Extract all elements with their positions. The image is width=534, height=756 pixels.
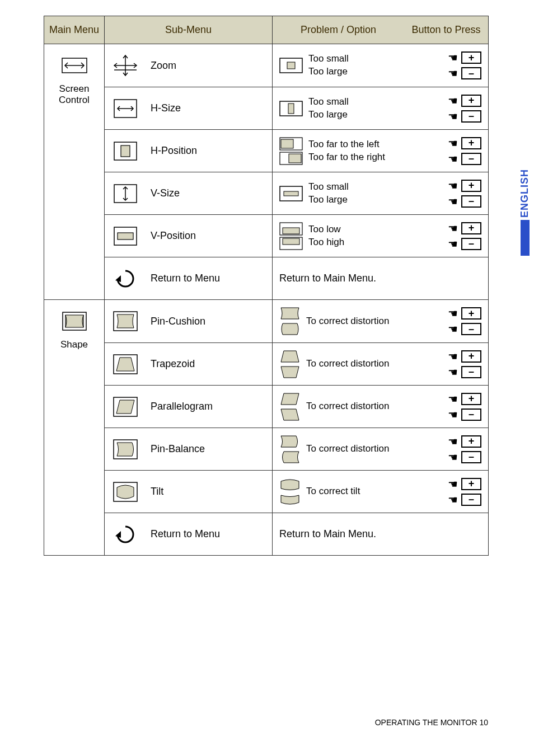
minus-button-icon: – <box>461 110 481 123</box>
problem-text: Too small <box>308 53 349 65</box>
problem-text: Too large <box>308 109 349 121</box>
distortion-icon <box>279 450 301 464</box>
problem-text: Too high <box>308 236 344 249</box>
table-row: Pin-Balance <box>105 428 272 470</box>
hand-left-icon: ☚ <box>448 408 458 421</box>
parallelogram-icon <box>111 395 139 419</box>
table-row: To correct distortion ☚+ ☚– <box>273 342 488 385</box>
svg-rect-19 <box>281 139 293 148</box>
table-header-row: Main Menu Sub-Menu Problem / Option Butt… <box>44 16 488 44</box>
table-row: Zoom <box>105 44 272 87</box>
table-row: H-Position <box>105 129 272 172</box>
hand-left-icon: ☚ <box>448 365 458 379</box>
plus-button-icon: + <box>461 51 481 64</box>
svg-rect-25 <box>283 228 299 234</box>
tab-bar <box>521 220 530 256</box>
header-main-menu: Main Menu <box>44 16 105 44</box>
pin-balance-icon <box>111 437 139 462</box>
hand-left-icon: ☚ <box>448 477 458 491</box>
svg-rect-12 <box>118 233 133 240</box>
distortion-icon <box>279 349 301 364</box>
minus-button-icon: – <box>461 494 481 506</box>
hand-left-icon: ☚ <box>448 137 458 150</box>
return-icon <box>111 266 139 291</box>
return-icon <box>111 522 139 547</box>
table-row: Parallelogram <box>105 385 272 428</box>
table-row: Return to Menu <box>105 513 272 555</box>
problem-text: Too small <box>308 181 349 194</box>
minus-button-icon: – <box>461 408 481 421</box>
table-row: To correct tilt ☚+ ☚– <box>273 470 488 513</box>
hand-left-icon: ☚ <box>448 51 458 64</box>
screen-control-label: Screen Control <box>59 83 90 106</box>
page-footer: OPERATING THE MONITOR 10 <box>375 718 488 727</box>
plus-button-icon: + <box>461 435 481 448</box>
menu-table: Main Menu Sub-Menu Problem / Option Butt… <box>44 16 489 556</box>
short-rect-icon <box>279 186 303 201</box>
problem-text: Too low <box>308 223 344 236</box>
header-sub-menu: Sub-Menu <box>105 16 273 44</box>
problem-text: To correct distortion <box>306 400 389 413</box>
svg-marker-36 <box>115 531 121 538</box>
tilt-icon <box>279 477 301 491</box>
top-rect-icon <box>279 237 303 250</box>
svg-rect-17 <box>288 104 294 114</box>
svg-marker-40 <box>281 409 299 420</box>
tilt-icon <box>111 480 139 504</box>
table-row: Tilt <box>105 470 272 513</box>
sub-label: H-Position <box>151 145 197 157</box>
hand-left-icon: ☚ <box>448 350 458 363</box>
problem-text: Too large <box>308 65 349 78</box>
return-text: Return to Main Menu. <box>279 528 376 540</box>
table-row: Too far to the left Too far to the right… <box>273 129 488 172</box>
hand-left-icon: ☚ <box>448 110 458 123</box>
table-row: Return to Menu <box>105 257 272 299</box>
tilt-icon <box>279 492 301 507</box>
svg-marker-38 <box>281 367 299 378</box>
svg-rect-27 <box>283 238 299 245</box>
table-row: V-Position <box>105 214 272 257</box>
v-size-icon <box>111 181 139 206</box>
sub-label: H-Size <box>151 102 181 114</box>
sub-label: Parallelogram <box>151 401 213 412</box>
problem-text: Too small <box>308 96 349 109</box>
trapezoid-icon <box>111 352 139 377</box>
section-shape: Shape Pin-Cushion Trapezoid <box>44 299 488 555</box>
hand-left-icon: ☚ <box>448 152 458 166</box>
plus-button-icon: + <box>461 180 481 192</box>
pin-cushion-icon <box>111 309 139 334</box>
table-row: Too low Too high ☚+ ☚– <box>273 214 488 257</box>
svg-rect-21 <box>289 154 301 163</box>
table-row: To correct distortion ☚+ ☚– <box>273 428 488 470</box>
return-text: Return to Main Menu. <box>279 273 376 284</box>
table-row: Too small Too large ☚+ ☚– <box>273 172 488 214</box>
table-row: Trapezoid <box>105 342 272 385</box>
screen-control-icon <box>60 53 88 78</box>
problem-text: To correct distortion <box>306 443 389 456</box>
left-rect-icon <box>279 137 303 151</box>
minus-button-icon: – <box>461 238 481 250</box>
language-label: ENGLISH <box>519 169 531 218</box>
sub-label: Pin-Cushion <box>151 316 205 327</box>
distortion-icon <box>279 434 301 449</box>
table-row: Return to Main Menu. <box>273 257 488 299</box>
sub-label: Return to Menu <box>151 528 220 540</box>
plus-button-icon: + <box>461 350 481 363</box>
hand-left-icon: ☚ <box>448 307 458 320</box>
table-row: To correct distortion ☚+ ☚– <box>273 385 488 428</box>
minus-button-icon: – <box>461 323 481 335</box>
header-problem: Problem / Option <box>273 16 404 44</box>
table-row: To correct distortion ☚+ ☚– <box>273 300 488 342</box>
shape-label: Shape <box>60 339 88 350</box>
hand-left-icon: ☚ <box>448 67 458 80</box>
minus-button-icon: – <box>461 153 481 165</box>
problem-text: To correct distortion <box>306 315 389 328</box>
language-tab: ENGLISH <box>519 169 531 256</box>
sub-label: Return to Menu <box>151 273 220 284</box>
table-row: H-Size <box>105 87 272 129</box>
svg-marker-37 <box>281 351 299 362</box>
minus-button-icon: – <box>461 366 481 378</box>
table-row: V-Size <box>105 172 272 214</box>
svg-marker-13 <box>115 275 121 282</box>
problem-text: Too large <box>308 194 349 206</box>
